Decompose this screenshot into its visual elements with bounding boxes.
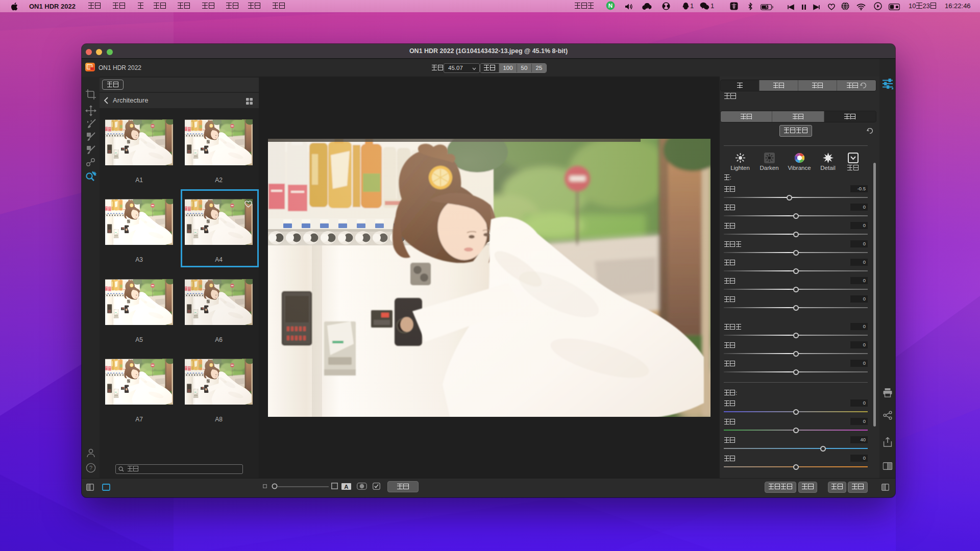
svg-text:?: ? xyxy=(89,465,92,471)
svg-text:N: N xyxy=(608,2,612,9)
svg-text:A: A xyxy=(344,484,348,490)
